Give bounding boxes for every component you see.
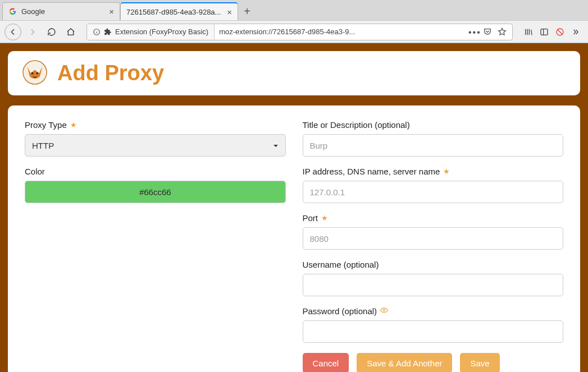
proxy-type-select[interactable]: HTTP (25, 134, 286, 157)
toolbar-right (521, 27, 584, 36)
identity-box[interactable]: Extension (FoxyProxy Basic) (87, 24, 215, 40)
save-button[interactable]: Save (460, 353, 499, 372)
color-picker[interactable]: #66cc66 (25, 181, 286, 203)
title-label: Title or Description (optional) (303, 120, 410, 130)
chevron-down-icon (273, 141, 279, 150)
title-input[interactable] (303, 134, 564, 157)
username-label: Username (optional) (303, 260, 379, 269)
save-add-another-button[interactable]: Save & Add Another (357, 353, 452, 372)
tab-extension[interactable]: 72615687-d985-4ea3-928a... × (120, 2, 238, 20)
username-field: Username (optional) (303, 260, 564, 296)
new-tab-button[interactable]: + (238, 2, 256, 20)
tab-google[interactable]: Google × (2, 2, 120, 20)
foxyproxy-logo-icon (21, 59, 48, 88)
svg-rect-4 (541, 29, 548, 35)
port-label: Port (303, 213, 318, 223)
ip-label: IP address, DNS name, server name (303, 167, 440, 176)
sidebar-icon[interactable] (540, 27, 549, 36)
svg-point-10 (37, 72, 39, 75)
browser-chrome: Google × 72615687-d985-4ea3-928a... × + … (0, 0, 588, 43)
proxy-type-label: Proxy Type (25, 120, 67, 130)
title-field: Title or Description (optional) (303, 120, 564, 157)
cancel-button[interactable]: Cancel (303, 353, 349, 372)
overflow-icon[interactable] (571, 27, 580, 36)
forward-button[interactable] (25, 24, 40, 40)
close-icon[interactable]: × (227, 8, 232, 16)
required-star-icon: ★ (443, 167, 450, 176)
left-column: Proxy Type ★ HTTP Color #66cc66 (25, 120, 286, 372)
form-card: Proxy Type ★ HTTP Color #66cc66 (8, 105, 580, 372)
username-input[interactable] (303, 274, 564, 296)
close-icon[interactable]: × (109, 7, 114, 16)
nav-toolbar: Extension (FoxyProxy Basic) moz-extensio… (0, 20, 588, 43)
page-body: Add Proxy Proxy Type ★ HTTP Color (0, 43, 588, 372)
reload-button[interactable] (44, 24, 60, 40)
proxy-type-field: Proxy Type ★ HTTP (25, 120, 286, 157)
eye-icon[interactable] (380, 306, 388, 316)
password-label: Password (optional) (303, 306, 377, 316)
proxy-type-value: HTTP (32, 141, 54, 150)
url-actions: ••• (463, 27, 512, 36)
ip-field: IP address, DNS name, server name ★ (303, 167, 564, 203)
svg-point-9 (31, 72, 34, 75)
password-field: Password (optional) (303, 306, 564, 343)
tab-title: 72615687-d985-4ea3-928a... (126, 8, 222, 16)
right-column: Title or Description (optional) IP addre… (303, 120, 564, 372)
password-input[interactable] (303, 320, 564, 343)
port-input[interactable] (303, 227, 564, 250)
button-row: Cancel Save & Add Another Save (303, 353, 564, 372)
noscript-icon[interactable] (555, 27, 564, 36)
required-star-icon: ★ (321, 214, 328, 222)
info-icon (93, 28, 101, 36)
color-field: Color #66cc66 (25, 167, 286, 203)
url-bar[interactable]: Extension (FoxyProxy Basic) moz-extensio… (86, 24, 513, 40)
page-title: Add Proxy (57, 61, 164, 85)
svg-point-11 (383, 309, 385, 311)
required-star-icon: ★ (70, 121, 77, 129)
star-icon[interactable] (498, 27, 507, 36)
ip-input[interactable] (303, 181, 564, 203)
url-text[interactable]: moz-extension://72615687-d985-4ea3-9... (215, 27, 463, 36)
tab-strip: Google × 72615687-d985-4ea3-928a... × + (0, 0, 588, 20)
extension-icon (104, 28, 112, 36)
pocket-icon[interactable] (483, 27, 492, 36)
header-card: Add Proxy (8, 51, 580, 95)
home-button[interactable] (63, 24, 79, 40)
svg-line-7 (558, 30, 562, 34)
port-field: Port ★ (303, 213, 564, 250)
back-button[interactable] (4, 24, 21, 40)
tab-title: Google (21, 7, 104, 16)
more-icon[interactable]: ••• (468, 27, 477, 36)
library-icon[interactable] (524, 27, 533, 36)
color-label: Color (25, 167, 45, 176)
google-favicon-icon (8, 7, 17, 16)
identity-label: Extension (FoxyProxy Basic) (115, 27, 208, 36)
color-value: #66cc66 (139, 187, 171, 197)
